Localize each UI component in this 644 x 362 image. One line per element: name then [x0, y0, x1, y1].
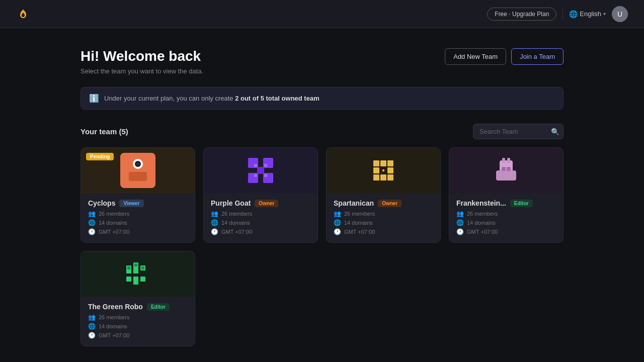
- members-icon: 👥: [211, 210, 218, 217]
- nav-divider: [562, 8, 563, 20]
- avatar-initial: U: [617, 10, 622, 18]
- page-subtitle: Select the team you want to view the dat…: [80, 67, 203, 75]
- purple-goat-logo: [243, 153, 278, 188]
- svg-rect-16: [373, 174, 379, 180]
- svg-rect-0: [120, 153, 155, 188]
- spartanican-logo: [366, 153, 401, 188]
- domains-icon: 🌐: [211, 219, 218, 226]
- svg-rect-14: [373, 160, 379, 166]
- cyclops-members: 26 members: [99, 211, 129, 217]
- cyclops-domains: 14 domains: [99, 220, 127, 226]
- green-robo-domains: 14 domains: [99, 323, 127, 329]
- green-robo-logo: [120, 256, 155, 292]
- teams-section-title: Your team (5): [80, 127, 128, 136]
- frankenstein-domains: 14 domains: [467, 220, 496, 226]
- search-team-input[interactable]: [473, 124, 564, 139]
- cyclops-logo: [120, 153, 155, 188]
- search-icon: 🔍: [551, 128, 559, 136]
- svg-rect-34: [133, 277, 138, 285]
- team-card-purple-goat[interactable]: Purple Goat Owner 👥 26 members 🌐 14 doma…: [203, 147, 318, 243]
- team-card-cyclops[interactable]: Pending Cyclops Viewer: [80, 147, 195, 243]
- team-card-green-robo[interactable]: The Green Robo Editor 👥 26 members 🌐 14 …: [80, 251, 195, 346]
- green-robo-members: 26 members: [99, 314, 129, 320]
- language-label: English: [580, 10, 601, 18]
- add-new-team-button[interactable]: Add New Team: [445, 48, 506, 65]
- join-team-button[interactable]: Join a Team: [511, 48, 564, 65]
- spartanican-domains: 14 domains: [344, 220, 373, 226]
- search-container: 🔍: [473, 124, 564, 139]
- teams-section-header: Your team (5) 🔍: [80, 124, 564, 139]
- search-icon-button[interactable]: 🔍: [551, 128, 559, 136]
- purple-goat-timezone: GMT +07:00: [221, 229, 252, 235]
- spartanican-role-badge: Owner: [378, 200, 401, 207]
- page-header-text: Hi! Welcome back Select the team you wan…: [80, 48, 203, 75]
- spartanican-meta: 👥 26 members 🌐 14 domains 🕐 GMT +07:00: [334, 210, 433, 235]
- svg-point-4: [136, 162, 139, 165]
- frankenstein-role-badge: Editor: [510, 200, 533, 207]
- language-selector[interactable]: 🌐 English ▾: [569, 10, 606, 18]
- spartanican-team-name: Spartanican Owner: [334, 199, 433, 207]
- svg-rect-37: [134, 263, 137, 266]
- page-header: Hi! Welcome back Select the team you wan…: [80, 48, 564, 75]
- teams-grid-row1: Pending Cyclops Viewer: [80, 147, 564, 243]
- purple-goat-domains: 14 domains: [221, 220, 250, 226]
- frankenstein-timezone: GMT +07:00: [467, 229, 498, 235]
- svg-rect-27: [507, 158, 510, 163]
- purple-goat-meta: 👥 26 members 🌐 14 domains 🕐 GMT +07:00: [211, 210, 310, 235]
- pending-badge: Pending: [86, 153, 114, 160]
- team-card-spartanican[interactable]: Spartanican Owner 👥 26 members 🌐 14 doma…: [326, 147, 441, 243]
- svg-rect-21: [387, 167, 393, 173]
- green-robo-role-badge: Editor: [147, 303, 170, 311]
- purple-goat-team-name: Purple Goat Owner: [211, 199, 310, 207]
- svg-rect-35: [140, 277, 145, 282]
- svg-rect-10: [264, 164, 267, 167]
- green-robo-team-name: The Green Robo Editor: [88, 303, 188, 311]
- avatar[interactable]: U: [612, 6, 628, 22]
- green-robo-meta: 👥 26 members 🌐 14 domains 🕐 GMT +07:00: [88, 314, 188, 339]
- globe-icon: 🌐: [569, 10, 578, 18]
- frankenstein-logo: [489, 153, 524, 188]
- timezone-icon: 🕐: [88, 332, 96, 339]
- cyclops-timezone: GMT +07:00: [99, 229, 129, 235]
- svg-rect-13: [257, 167, 264, 174]
- svg-rect-1: [129, 172, 147, 181]
- spartanican-members: 26 members: [344, 211, 375, 217]
- members-icon: 👥: [88, 210, 96, 217]
- svg-rect-26: [502, 158, 505, 163]
- cyclops-role-badge: Viewer: [119, 200, 143, 207]
- svg-rect-36: [127, 266, 130, 269]
- page-title: Hi! Welcome back: [80, 48, 203, 64]
- navbar-left: [16, 7, 30, 21]
- frankenstein-team-name: Frankenstein... Editor: [456, 199, 556, 207]
- purple-goat-members: 26 members: [221, 211, 252, 217]
- main-content: Hi! Welcome back Select the team you wan…: [0, 28, 644, 362]
- domains-icon: 🌐: [334, 219, 341, 226]
- members-icon: 👥: [88, 314, 96, 321]
- svg-rect-28: [502, 167, 506, 171]
- frankenstein-meta: 👥 26 members 🌐 14 domains 🕐 GMT +07:00: [456, 210, 556, 235]
- timezone-icon: 🕐: [334, 228, 341, 235]
- navbar-right: Free · Upgrade Plan 🌐 English ▾ U: [487, 6, 628, 22]
- svg-rect-12: [264, 174, 267, 177]
- info-icon: ℹ️: [89, 94, 99, 103]
- cyclops-meta: 👥 26 members 🌐 14 domains 🕐 GMT +07:00: [88, 210, 188, 235]
- svg-rect-17: [387, 174, 393, 180]
- green-robo-timezone: GMT +07:00: [99, 332, 129, 338]
- svg-rect-38: [141, 266, 144, 269]
- info-banner-highlight: 2 out of 5 total owned team: [235, 95, 319, 102]
- logo-icon: [16, 7, 30, 21]
- upgrade-plan-button[interactable]: Free · Upgrade Plan: [487, 8, 556, 21]
- svg-rect-23: [382, 169, 384, 171]
- svg-rect-31: [126, 277, 131, 282]
- team-card-frankenstein[interactable]: Frankenstein... Editor 👥 26 members 🌐 14…: [449, 147, 564, 243]
- svg-rect-19: [380, 174, 386, 180]
- info-banner: ℹ️ Under your current plan, you can only…: [80, 87, 564, 110]
- timezone-icon: 🕐: [88, 228, 96, 235]
- purple-goat-role-badge: Owner: [255, 200, 278, 207]
- svg-rect-25: [496, 170, 516, 180]
- domains-icon: 🌐: [88, 323, 96, 330]
- chevron-down-icon: ▾: [603, 11, 606, 17]
- svg-rect-11: [254, 174, 257, 177]
- domains-icon: 🌐: [456, 219, 464, 226]
- teams-grid-row2: The Green Robo Editor 👥 26 members 🌐 14 …: [80, 251, 564, 346]
